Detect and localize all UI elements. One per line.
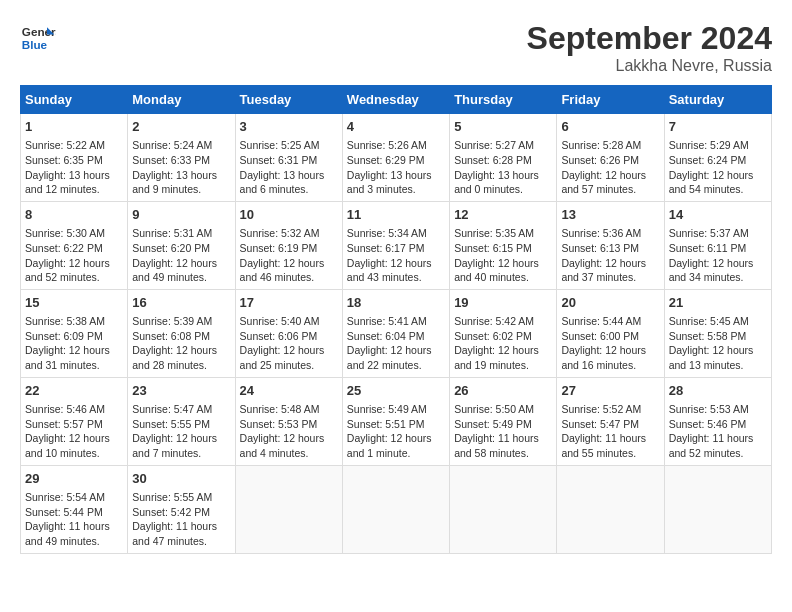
day-info: Sunrise: 5:40 AM: [240, 314, 338, 329]
day-info: Sunset: 5:53 PM: [240, 417, 338, 432]
calendar-cell: 23Sunrise: 5:47 AMSunset: 5:55 PMDayligh…: [128, 377, 235, 465]
day-number: 23: [132, 382, 230, 400]
day-header-sunday: Sunday: [21, 86, 128, 114]
day-info: Daylight: 12 hours and 7 minutes.: [132, 431, 230, 460]
day-info: Sunset: 6:02 PM: [454, 329, 552, 344]
day-info: Daylight: 12 hours and 13 minutes.: [669, 343, 767, 372]
calendar-cell: 4Sunrise: 5:26 AMSunset: 6:29 PMDaylight…: [342, 114, 449, 202]
page-header: General Blue September 2024 Lakkha Nevre…: [20, 20, 772, 75]
day-info: Sunset: 6:09 PM: [25, 329, 123, 344]
day-info: Daylight: 12 hours and 54 minutes.: [669, 168, 767, 197]
day-info: Sunset: 5:47 PM: [561, 417, 659, 432]
calendar-cell: [557, 465, 664, 553]
day-info: Sunset: 6:26 PM: [561, 153, 659, 168]
day-info: Daylight: 12 hours and 40 minutes.: [454, 256, 552, 285]
calendar-cell: 22Sunrise: 5:46 AMSunset: 5:57 PMDayligh…: [21, 377, 128, 465]
day-info: Daylight: 12 hours and 31 minutes.: [25, 343, 123, 372]
day-header-friday: Friday: [557, 86, 664, 114]
day-number: 7: [669, 118, 767, 136]
day-info: Sunset: 6:29 PM: [347, 153, 445, 168]
day-info: Sunset: 6:06 PM: [240, 329, 338, 344]
day-info: Sunrise: 5:32 AM: [240, 226, 338, 241]
day-header-saturday: Saturday: [664, 86, 771, 114]
week-row-3: 15Sunrise: 5:38 AMSunset: 6:09 PMDayligh…: [21, 289, 772, 377]
day-info: Sunset: 6:28 PM: [454, 153, 552, 168]
day-info: Sunrise: 5:24 AM: [132, 138, 230, 153]
day-number: 12: [454, 206, 552, 224]
day-info: Daylight: 12 hours and 16 minutes.: [561, 343, 659, 372]
day-info: Sunrise: 5:49 AM: [347, 402, 445, 417]
week-row-2: 8Sunrise: 5:30 AMSunset: 6:22 PMDaylight…: [21, 201, 772, 289]
day-info: Sunrise: 5:34 AM: [347, 226, 445, 241]
day-number: 30: [132, 470, 230, 488]
day-info: Daylight: 13 hours and 12 minutes.: [25, 168, 123, 197]
day-info: Sunset: 6:19 PM: [240, 241, 338, 256]
day-info: Sunset: 5:44 PM: [25, 505, 123, 520]
day-info: Daylight: 12 hours and 57 minutes.: [561, 168, 659, 197]
day-info: Daylight: 13 hours and 6 minutes.: [240, 168, 338, 197]
day-info: Sunrise: 5:36 AM: [561, 226, 659, 241]
calendar-cell: [664, 465, 771, 553]
day-info: Sunset: 6:22 PM: [25, 241, 123, 256]
day-number: 16: [132, 294, 230, 312]
day-number: 3: [240, 118, 338, 136]
month-title: September 2024: [527, 20, 772, 57]
calendar-cell: 6Sunrise: 5:28 AMSunset: 6:26 PMDaylight…: [557, 114, 664, 202]
day-info: Sunrise: 5:31 AM: [132, 226, 230, 241]
day-number: 11: [347, 206, 445, 224]
day-number: 14: [669, 206, 767, 224]
day-info: Daylight: 11 hours and 49 minutes.: [25, 519, 123, 548]
day-header-thursday: Thursday: [450, 86, 557, 114]
title-area: September 2024 Lakkha Nevre, Russia: [527, 20, 772, 75]
day-number: 25: [347, 382, 445, 400]
day-info: Sunset: 6:33 PM: [132, 153, 230, 168]
calendar-cell: 3Sunrise: 5:25 AMSunset: 6:31 PMDaylight…: [235, 114, 342, 202]
day-number: 17: [240, 294, 338, 312]
calendar-cell: 25Sunrise: 5:49 AMSunset: 5:51 PMDayligh…: [342, 377, 449, 465]
day-info: Sunrise: 5:27 AM: [454, 138, 552, 153]
calendar-cell: 29Sunrise: 5:54 AMSunset: 5:44 PMDayligh…: [21, 465, 128, 553]
day-info: Sunset: 5:49 PM: [454, 417, 552, 432]
day-info: Sunrise: 5:30 AM: [25, 226, 123, 241]
day-info: Daylight: 12 hours and 37 minutes.: [561, 256, 659, 285]
day-info: Daylight: 12 hours and 43 minutes.: [347, 256, 445, 285]
logo-icon: General Blue: [20, 20, 56, 56]
day-info: Daylight: 12 hours and 49 minutes.: [132, 256, 230, 285]
calendar-cell: 8Sunrise: 5:30 AMSunset: 6:22 PMDaylight…: [21, 201, 128, 289]
day-info: Daylight: 11 hours and 47 minutes.: [132, 519, 230, 548]
calendar-cell: 16Sunrise: 5:39 AMSunset: 6:08 PMDayligh…: [128, 289, 235, 377]
day-info: Daylight: 13 hours and 9 minutes.: [132, 168, 230, 197]
day-info: Daylight: 12 hours and 25 minutes.: [240, 343, 338, 372]
location-title: Lakkha Nevre, Russia: [527, 57, 772, 75]
day-info: Sunset: 6:11 PM: [669, 241, 767, 256]
day-number: 24: [240, 382, 338, 400]
calendar-cell: 30Sunrise: 5:55 AMSunset: 5:42 PMDayligh…: [128, 465, 235, 553]
day-info: Sunrise: 5:47 AM: [132, 402, 230, 417]
day-info: Sunrise: 5:29 AM: [669, 138, 767, 153]
day-info: Sunrise: 5:28 AM: [561, 138, 659, 153]
calendar-cell: 11Sunrise: 5:34 AMSunset: 6:17 PMDayligh…: [342, 201, 449, 289]
calendar-cell: 20Sunrise: 5:44 AMSunset: 6:00 PMDayligh…: [557, 289, 664, 377]
calendar-cell: 14Sunrise: 5:37 AMSunset: 6:11 PMDayligh…: [664, 201, 771, 289]
calendar-cell: 10Sunrise: 5:32 AMSunset: 6:19 PMDayligh…: [235, 201, 342, 289]
day-info: Sunrise: 5:44 AM: [561, 314, 659, 329]
day-info: Sunrise: 5:37 AM: [669, 226, 767, 241]
day-info: Daylight: 12 hours and 19 minutes.: [454, 343, 552, 372]
day-info: Sunset: 5:51 PM: [347, 417, 445, 432]
day-info: Sunset: 6:08 PM: [132, 329, 230, 344]
calendar-table: SundayMondayTuesdayWednesdayThursdayFrid…: [20, 85, 772, 554]
day-info: Sunrise: 5:52 AM: [561, 402, 659, 417]
calendar-cell: 7Sunrise: 5:29 AMSunset: 6:24 PMDaylight…: [664, 114, 771, 202]
calendar-cell: 2Sunrise: 5:24 AMSunset: 6:33 PMDaylight…: [128, 114, 235, 202]
calendar-cell: 15Sunrise: 5:38 AMSunset: 6:09 PMDayligh…: [21, 289, 128, 377]
day-info: Daylight: 12 hours and 28 minutes.: [132, 343, 230, 372]
day-info: Sunset: 5:46 PM: [669, 417, 767, 432]
day-header-wednesday: Wednesday: [342, 86, 449, 114]
logo: General Blue: [20, 20, 56, 56]
day-number: 8: [25, 206, 123, 224]
svg-text:Blue: Blue: [22, 38, 48, 51]
day-number: 2: [132, 118, 230, 136]
day-info: Sunset: 5:58 PM: [669, 329, 767, 344]
day-number: 18: [347, 294, 445, 312]
day-info: Daylight: 12 hours and 10 minutes.: [25, 431, 123, 460]
